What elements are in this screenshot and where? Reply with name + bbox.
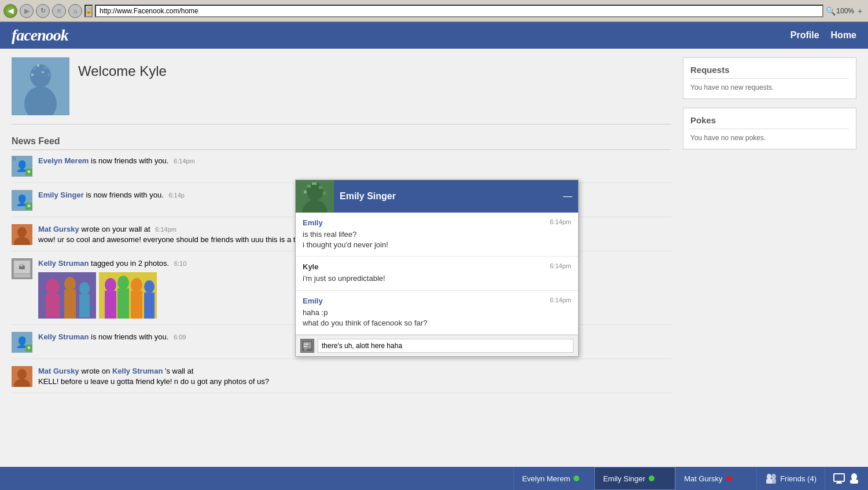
zoom-out-icon[interactable]: 🔍 — [826, 6, 835, 16]
svg-rect-3 — [34, 68, 36, 70]
svg-point-35 — [79, 282, 90, 295]
nav-profile[interactable]: Profile — [790, 30, 819, 41]
svg-rect-6 — [42, 71, 44, 73]
emily-link[interactable]: Emily Singer — [38, 191, 84, 199]
friends-tab-label: Friends (4) — [780, 474, 816, 483]
mat-status-dot — [726, 476, 732, 481]
kelly-photo-avatar: 🏔 — [12, 258, 32, 279]
evelyn-status-dot — [573, 476, 579, 481]
chat-input[interactable] — [318, 339, 573, 353]
chat-msg-1-header: Emily 6:14pm — [303, 218, 571, 227]
evelyn-action: is now friends with you. — [91, 156, 168, 165]
browser-chrome: ◀ ▶ ↻ ✕ ⌂ 🔒 🔍 100% + — [0, 0, 868, 22]
evelyn-time: 6:14pm — [174, 158, 195, 164]
chat-avatar-emily — [296, 180, 334, 213]
svg-rect-69 — [771, 479, 776, 484]
chat-msg-3-sender: Emily — [303, 297, 323, 305]
svg-rect-62 — [303, 342, 311, 349]
kelly-photo-time: 6:10 — [174, 260, 186, 267]
svg-point-33 — [64, 277, 76, 291]
svg-text:+: + — [27, 168, 31, 175]
mat-link2[interactable]: Mat Gursky — [38, 367, 79, 375]
feed-item-evelyn-friend: 👤 + Evelyn Merem is now friends with you… — [12, 156, 671, 183]
svg-rect-5 — [37, 64, 39, 67]
address-bar[interactable] — [95, 5, 823, 17]
forward-button[interactable]: ▶ — [20, 4, 34, 18]
online-tab[interactable] — [825, 467, 868, 490]
chat-tab-emily[interactable]: Emily Singer — [594, 467, 675, 490]
site-logo[interactable]: facenook — [12, 26, 68, 45]
chat-input-area — [296, 335, 578, 356]
mat-wrote: wrote on your wall at — [81, 225, 152, 233]
svg-point-73 — [851, 473, 857, 480]
evelyn-avatar: 👤 + — [12, 156, 32, 177]
stop-button[interactable]: ✕ — [52, 4, 66, 18]
kelly-link2[interactable]: Kelly Struman — [112, 367, 163, 375]
refresh-button[interactable]: ↻ — [36, 4, 50, 18]
svg-point-44 — [144, 280, 155, 293]
mat-wall2-text: Mat Gursky wrote on Kelly Struman 's wal… — [38, 366, 671, 387]
mat-wall2-after: 's wall at — [165, 367, 193, 375]
svg-rect-41 — [117, 288, 129, 319]
person-icon — [848, 473, 860, 484]
svg-rect-45 — [144, 292, 155, 319]
svg-rect-70 — [834, 474, 844, 481]
svg-text:🏔: 🏔 — [19, 263, 25, 271]
chat-icon — [300, 339, 314, 353]
mat-link[interactable]: Mat Gursky — [38, 225, 79, 233]
back-button[interactable]: ◀ — [3, 4, 17, 18]
mat-time: 6:14pm — [155, 226, 176, 233]
chat-tab-evelyn[interactable]: Evelyn Merem — [513, 467, 594, 490]
evelyn-friend-text: Evelyn Merem is now friends with you. 6:… — [38, 156, 671, 166]
svg-point-51 — [17, 369, 27, 379]
svg-rect-8 — [47, 74, 50, 76]
requests-text: You have no new requests. — [690, 83, 849, 92]
welcome-section: Welcome Kyle — [12, 57, 671, 125]
svg-text:+: + — [27, 344, 31, 351]
chat-tab-mat[interactable]: Mat Gursky — [675, 467, 756, 490]
kelly-photo-action: tagged you in 2 photos. — [91, 259, 169, 268]
svg-rect-72 — [836, 482, 842, 484]
chat-msg-2-header: Kyle 6:14pm — [303, 262, 571, 271]
photo-2[interactable] — [99, 272, 157, 319]
emily-small-avatar: 👤 + — [12, 190, 32, 211]
chat-msg-3-time: 6:14pm — [550, 297, 571, 305]
welcome-text: Welcome Kyle — [78, 57, 167, 79]
mat-avatar2 — [12, 366, 32, 387]
svg-rect-29 — [14, 274, 30, 277]
bottom-bar: Evelyn Merem Emily Singer Mat Gursky Fri… — [0, 467, 868, 490]
security-icon: 🔒 — [84, 5, 93, 17]
chat-msg-3-body: haha :pwhat do you think of facenook so … — [303, 308, 571, 328]
zoom-in-icon[interactable]: + — [855, 6, 865, 16]
chat-messages: Emily 6:14pm is this real lifee?i though… — [296, 213, 578, 335]
photo-1[interactable] — [38, 272, 96, 319]
chat-msg-2: Kyle 6:14pm i'm just so unpredictable! — [296, 257, 578, 290]
chat-msg-3: Emily 6:14pm haha :pwhat do you think of… — [296, 291, 578, 335]
nav-home[interactable]: Home — [831, 30, 856, 41]
feed-item-mat-wall2: Mat Gursky wrote on Kelly Struman 's wal… — [12, 366, 671, 393]
svg-rect-59 — [304, 191, 307, 193]
emily-status-dot — [649, 476, 654, 481]
emily-time: 6:14p — [168, 192, 185, 199]
friends-icon — [765, 473, 777, 484]
kelly-friend-action: is now friends with you. — [91, 332, 168, 341]
svg-point-66 — [767, 474, 771, 480]
svg-rect-57 — [319, 186, 322, 189]
chat-msg-2-time: 6:14pm — [550, 262, 571, 271]
chat-minimize-button[interactable]: — — [557, 191, 578, 202]
nav-links: Profile Home — [790, 30, 856, 41]
news-feed-title: News Feed — [12, 136, 671, 150]
chat-msg-2-sender: Kyle — [303, 262, 318, 271]
home-button[interactable]: ⌂ — [68, 4, 82, 18]
chat-msg-3-header: Emily 6:14pm — [303, 297, 571, 305]
kelly-photo-link[interactable]: Kelly Struman — [38, 259, 89, 268]
svg-rect-34 — [64, 290, 76, 319]
kelly-friend-avatar: 👤 + — [12, 332, 32, 353]
evelyn-link[interactable]: Evelyn Merem — [38, 156, 89, 165]
chat-popup: Emily Singer — Emily 6:14pm is this real… — [295, 180, 579, 357]
svg-rect-36 — [79, 294, 90, 317]
friends-tab[interactable]: Friends (4) — [756, 467, 825, 490]
svg-rect-12 — [13, 157, 16, 160]
kelly-friend-link[interactable]: Kelly Struman — [38, 332, 89, 341]
zoom-level: 100% — [836, 7, 854, 15]
